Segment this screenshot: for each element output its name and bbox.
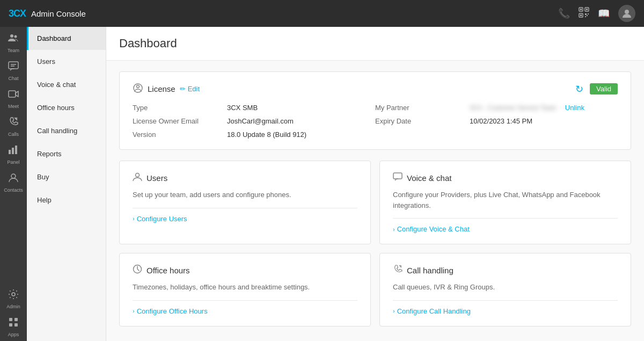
sidebar-item-reports[interactable]: Reports xyxy=(27,142,106,165)
admin-icon xyxy=(8,289,19,302)
type-value: 3CX SMB xyxy=(227,104,258,112)
configure-call-handling-link[interactable]: › Configure Call Handling xyxy=(393,307,618,315)
qr-icon[interactable] xyxy=(579,7,589,20)
user-avatar[interactable] xyxy=(618,5,635,22)
nav-item-apps[interactable]: Apps xyxy=(0,313,27,341)
meet-label: Meet xyxy=(8,104,19,109)
book-icon[interactable]: 📖 xyxy=(598,8,610,19)
svg-point-20 xyxy=(11,174,16,178)
svg-rect-29 xyxy=(393,173,402,179)
chevron-icon: › xyxy=(393,308,395,314)
office-hours-card-divider xyxy=(133,300,357,301)
team-label: Team xyxy=(8,48,19,53)
users-card-icon xyxy=(133,172,142,184)
chat-label: Chat xyxy=(8,76,18,81)
users-card-title-text: Users xyxy=(147,173,167,183)
office-hours-card-desc: Timezones, holidays, office hours and br… xyxy=(133,282,357,293)
icon-nav: Team Chat Meet xyxy=(0,27,27,341)
apps-label: Apps xyxy=(8,332,19,337)
license-header: License ✏ Edit ↻ Valid xyxy=(133,83,618,95)
configure-voice-chat-link[interactable]: › Configure Voice & Chat xyxy=(393,225,618,233)
users-card-desc: Set up your team, add users and configur… xyxy=(133,190,357,200)
license-version-row: Version 18.0 Update 8 (Build 912) xyxy=(133,130,375,139)
email-label: License Owner Email xyxy=(133,117,218,125)
expiry-value: 10/02/2023 1:45 PM xyxy=(470,117,532,125)
svg-rect-5 xyxy=(580,14,582,16)
sidebar-item-office-hours[interactable]: Office hours xyxy=(27,96,106,119)
call-handling-card-desc: Call queues, IVR & Ring Groups. xyxy=(393,282,618,293)
edit-icon: ✏ xyxy=(180,85,186,93)
license-grid: Type 3CX SMB My Partner 3CX - Customer S… xyxy=(133,104,618,139)
panel-icon xyxy=(8,144,19,158)
chevron-icon: › xyxy=(393,226,395,233)
chat-icon xyxy=(8,61,19,74)
license-edit-button[interactable]: ✏ Edit xyxy=(180,85,200,93)
configure-office-hours-link[interactable]: › Configure Office Hours xyxy=(133,307,357,315)
license-icon xyxy=(133,83,143,95)
nav-item-chat[interactable]: Chat xyxy=(0,57,27,85)
nav-item-meet[interactable]: Meet xyxy=(0,85,27,113)
valid-badge: Valid xyxy=(590,83,618,95)
svg-rect-17 xyxy=(9,150,11,154)
users-card-title: Users xyxy=(133,172,357,184)
topbar-actions: 📞 📖 xyxy=(558,5,635,22)
nav-item-team[interactable]: Team xyxy=(0,29,27,57)
main-container: Team Chat Meet xyxy=(0,27,644,341)
sidebar-item-help[interactable]: Help xyxy=(27,188,106,212)
topbar: 3CX Admin Console 📞 📖 xyxy=(0,0,644,27)
svg-rect-13 xyxy=(9,62,18,69)
license-card: License ✏ Edit ↻ Valid Type 3CX SMB xyxy=(119,71,631,150)
svg-rect-6 xyxy=(585,13,587,15)
version-label: Version xyxy=(133,130,218,139)
panel-label: Panel xyxy=(7,159,19,165)
chevron-icon: › xyxy=(133,308,135,314)
license-type-row: Type 3CX SMB xyxy=(133,104,375,112)
sidebar-item-buy[interactable]: Buy xyxy=(27,165,106,188)
office-hours-card-title: Office hours xyxy=(133,264,357,277)
nav-item-calls[interactable]: Calls xyxy=(0,113,27,141)
nav-item-admin[interactable]: Admin xyxy=(0,285,27,313)
sidebar-item-users[interactable]: Users xyxy=(27,50,106,73)
nav-item-contacts[interactable]: Contacts xyxy=(0,169,27,197)
office-hours-card-title-text: Office hours xyxy=(147,266,190,275)
topbar-brand: 3CX Admin Console xyxy=(9,8,86,19)
sidebar-item-dashboard[interactable]: Dashboard xyxy=(27,27,106,50)
dashboard-cards: Users Set up your team, add users and co… xyxy=(119,161,631,327)
admin-label: Admin xyxy=(6,304,20,309)
office-hours-card-icon xyxy=(133,264,142,277)
call-handling-card-divider xyxy=(393,300,618,301)
license-title-text: License xyxy=(148,84,175,93)
unlink-button[interactable]: Unlink xyxy=(565,104,584,112)
phone-icon[interactable]: 📞 xyxy=(558,8,570,19)
license-email-row: License Owner Email JoshCarl@gmail.com xyxy=(133,117,375,125)
voice-chat-card: Voice & chat Configure your Providers, p… xyxy=(379,161,631,244)
svg-point-21 xyxy=(12,293,15,296)
expiry-label: Expiry Date xyxy=(375,117,461,125)
refresh-icon[interactable]: ↻ xyxy=(575,83,583,95)
configure-users-link[interactable]: › Configure Users xyxy=(133,215,357,223)
svg-rect-7 xyxy=(588,13,589,14)
page-title: Dashboard xyxy=(119,37,631,50)
users-card: Users Set up your team, add users and co… xyxy=(119,161,371,244)
type-label: Type xyxy=(133,104,218,112)
contacts-icon xyxy=(8,172,19,186)
svg-point-11 xyxy=(10,34,13,38)
voice-chat-card-title: Voice & chat xyxy=(393,172,618,184)
license-partner-row: My Partner 3CX - Customer Service Team U… xyxy=(375,104,618,112)
users-card-divider xyxy=(133,208,357,208)
call-handling-card-icon xyxy=(393,264,402,277)
version-value: 18.0 Update 8 (Build 912) xyxy=(227,130,306,139)
sidebar-item-voice-chat[interactable]: Voice & chat xyxy=(27,73,106,96)
license-expiry-row: Expiry Date 10/02/2023 1:45 PM xyxy=(375,117,618,125)
calls-icon xyxy=(8,117,19,130)
sidebar-item-call-handling[interactable]: Call handling xyxy=(27,119,106,142)
call-handling-card-title: Call handling xyxy=(393,264,618,277)
apps-icon xyxy=(8,317,19,330)
contacts-label: Contacts xyxy=(4,187,23,193)
svg-rect-8 xyxy=(585,16,586,17)
voice-chat-card-desc: Configure your Providers, plus Live Chat… xyxy=(393,190,618,211)
call-handling-card: Call handling Call queues, IVR & Ring Gr… xyxy=(379,253,631,327)
nav-item-panel[interactable]: Panel xyxy=(0,141,27,169)
svg-rect-23 xyxy=(14,318,18,321)
sidebar: Dashboard Users Voice & chat Office hour… xyxy=(27,27,106,341)
